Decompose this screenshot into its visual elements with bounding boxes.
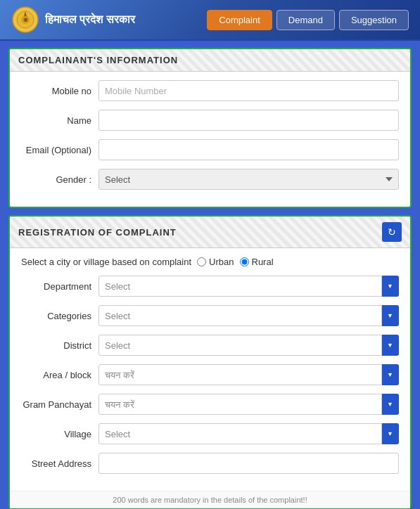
- refresh-button[interactable]: ↻: [382, 222, 402, 242]
- complaint-nav-button[interactable]: Complaint: [207, 10, 272, 30]
- village-row: Village Select: [21, 423, 399, 444]
- district-row: District Select: [21, 335, 399, 356]
- city-selector-row: Select a city or village based on compla…: [21, 257, 399, 267]
- demand-nav-button[interactable]: Demand: [276, 10, 335, 30]
- registration-section-header: REGISTRATION OF COMPLAINT ↻: [10, 217, 410, 248]
- area-block-row: Area / block चयन करें: [21, 364, 399, 385]
- email-label: Email (Optional): [21, 145, 98, 155]
- area-block-select-wrapper: चयन करें: [98, 364, 399, 385]
- district-dropdown-arrow[interactable]: [382, 335, 399, 356]
- department-select[interactable]: Select: [98, 276, 382, 297]
- gram-panchayat-select-wrapper: चयन करें: [98, 394, 399, 415]
- main-content: COMPLAINANT'S INFORMATION Mobile no Name…: [0, 41, 420, 509]
- mobile-label: Mobile no: [21, 86, 98, 96]
- urban-label: Urban: [209, 257, 234, 267]
- complaint-hint: 200 words are mandatory in the details o…: [10, 491, 410, 508]
- email-row: Email (Optional): [21, 139, 399, 160]
- district-select-wrapper: Select: [98, 335, 399, 356]
- svg-text:❀: ❀: [23, 17, 28, 23]
- complainant-section: COMPLAINANT'S INFORMATION Mobile no Name…: [8, 48, 412, 208]
- street-address-label: Street Address: [21, 458, 98, 469]
- area-block-select[interactable]: चयन करें: [98, 364, 382, 385]
- registration-section: REGISTRATION OF COMPLAINT ↻ Select a cit…: [8, 215, 412, 509]
- gender-row: Gender : Select Male Female Other: [21, 169, 399, 190]
- categories-label: Categories: [21, 311, 98, 321]
- registration-section-body: Select a city or village based on compla…: [10, 248, 410, 491]
- name-row: Name: [21, 110, 399, 131]
- complainant-section-header: COMPLAINANT'S INFORMATION: [10, 49, 410, 72]
- department-dropdown-arrow[interactable]: [382, 276, 399, 297]
- registration-title: REGISTRATION OF COMPLAINT: [18, 227, 177, 238]
- name-label: Name: [21, 115, 98, 126]
- logo-area: ❀ हिमाचल प्रदेश सरकार: [11, 6, 135, 34]
- gram-panchayat-select[interactable]: चयन करें: [98, 394, 382, 415]
- gender-select[interactable]: Select Male Female Other: [98, 169, 399, 190]
- name-input[interactable]: [98, 110, 399, 131]
- email-input[interactable]: [98, 139, 399, 160]
- village-select[interactable]: Select: [98, 423, 382, 444]
- village-dropdown-arrow[interactable]: [382, 423, 399, 444]
- categories-row: Categories Select: [21, 305, 399, 326]
- village-label: Village: [21, 429, 98, 439]
- street-address-row: Street Address: [21, 453, 399, 474]
- district-select[interactable]: Select: [98, 335, 382, 356]
- gram-panchayat-row: Gram Panchayat चयन करें: [21, 394, 399, 415]
- rural-label: Rural: [252, 257, 274, 267]
- village-select-wrapper: Select: [98, 423, 399, 444]
- department-row: Department Select: [21, 276, 399, 297]
- categories-select[interactable]: Select: [98, 305, 382, 326]
- city-selector-label: Select a city or village based on compla…: [21, 257, 191, 267]
- area-block-label: Area / block: [21, 370, 98, 380]
- mobile-row: Mobile no: [21, 80, 399, 101]
- mobile-input[interactable]: [98, 80, 399, 101]
- header: ❀ हिमाचल प्रदेश सरकार Complaint Demand S…: [0, 0, 420, 41]
- complainant-section-body: Mobile no Name Email (Optional) Gender :…: [10, 72, 410, 207]
- rural-radio[interactable]: [240, 257, 249, 266]
- complainant-title: COMPLAINANT'S INFORMATION: [18, 55, 178, 65]
- gram-panchayat-label: Gram Panchayat: [21, 399, 98, 410]
- department-label: Department: [21, 281, 98, 292]
- gender-label: Gender :: [21, 174, 98, 185]
- nav-buttons: Complaint Demand Suggestion: [207, 10, 409, 30]
- urban-radio[interactable]: [197, 257, 206, 266]
- street-address-input[interactable]: [98, 453, 399, 474]
- gram-panchayat-dropdown-arrow[interactable]: [382, 394, 399, 415]
- categories-select-wrapper: Select: [98, 305, 399, 326]
- area-block-dropdown-arrow[interactable]: [382, 364, 399, 385]
- rural-radio-group: Rural: [240, 257, 274, 267]
- district-label: District: [21, 340, 98, 351]
- government-emblem: ❀: [11, 6, 39, 34]
- department-select-wrapper: Select: [98, 276, 399, 297]
- site-title: हिमाचल प्रदेश सरकार: [45, 13, 135, 26]
- categories-dropdown-arrow[interactable]: [382, 305, 399, 326]
- urban-radio-group: Urban: [197, 257, 234, 267]
- suggestion-nav-button[interactable]: Suggestion: [339, 10, 409, 30]
